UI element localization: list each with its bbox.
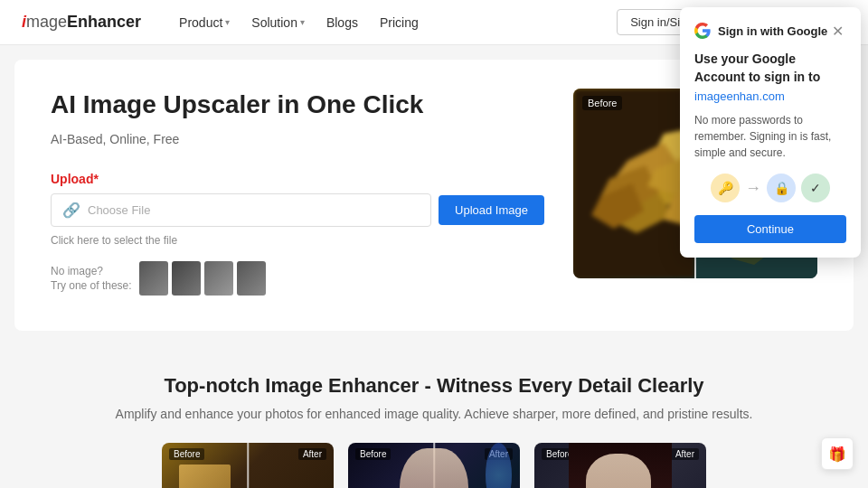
popup-icon-lock: 🔒 [767,174,796,202]
file-placeholder: Choose File [88,203,150,217]
google-logo [694,23,711,39]
hero-subtitle: AI-Based, Online, Free [51,132,544,146]
label-before: Before [582,96,622,110]
google-signin-popup: Sign in with Google ✕ Use your Google Ac… [680,7,861,258]
eagle-svg-before [573,89,695,278]
popup-arrow-icon: → [745,174,761,202]
sample-row: No image? Try one of these: [51,261,544,296]
chevron-down-icon: ▾ [225,17,230,27]
logo-image: mage [26,13,67,32]
gift-button[interactable]: 🎁 [821,437,854,470]
sample-thumb-2[interactable] [172,261,201,296]
preview-cards: Before After ◀▶ Before After ◀▶ Before A… [36,443,832,488]
sample-thumb-4[interactable] [237,261,266,296]
hero-left: AI Image Upscaler in One Click AI-Based,… [51,89,544,296]
preview-card-3[interactable]: Before After ◀▶ [534,443,706,488]
site-logo[interactable]: image Enhancer [22,13,141,32]
card1-label-after: After [298,448,326,460]
card3-label-after: After [671,448,699,460]
upload-row: 🔗 Choose File Upload Image [51,193,544,227]
popup-icon-check: ✓ [801,174,830,202]
nav-pricing[interactable]: Pricing [371,10,428,35]
card1-label-before: Before [169,448,204,460]
popup-header-left: Sign in with Google [694,23,827,39]
logo-enhancer: Enhancer [67,13,141,32]
chevron-down-icon: ▾ [300,17,305,27]
popup-domain: imageenhan.com [694,89,846,103]
section2-title: Top-notch Image Enhancer - Witness Every… [36,374,832,398]
link-icon: 🔗 [62,202,80,219]
card2-label-before: Before [355,448,391,460]
popup-header: Sign in with Google ✕ [694,22,846,40]
preview-card-2[interactable]: Before After ◀▶ [348,443,520,488]
nav-product[interactable]: Product ▾ [170,10,239,35]
section2: Top-notch Image Enhancer - Witness Every… [0,345,868,488]
popup-icons-row: 🔑 → 🔒 ✓ [694,174,846,202]
popup-title: Sign in with Google [718,24,827,38]
before-panel [573,89,695,278]
popup-description: No more passwords to remember. Signing i… [694,112,846,161]
navbar-menu: Product ▾ Solution ▾ Blogs Pricing [170,10,617,35]
hero-title: AI Image Upscaler in One Click [51,89,544,121]
popup-icon-key: 🔑 [711,174,740,202]
upload-button[interactable]: Upload Image [439,195,544,225]
section2-subtitle: Amplify and enhance your photos for enha… [36,407,832,421]
upload-label: Upload* [51,172,544,186]
popup-close-button[interactable]: ✕ [828,22,846,40]
continue-button[interactable]: Continue [694,215,846,243]
card1-divider [247,443,249,488]
file-input[interactable]: 🔗 Choose File [51,193,431,227]
required-star: * [93,172,98,186]
nav-solution[interactable]: Solution ▾ [242,10,314,35]
preview-card-1[interactable]: Before After ◀▶ [162,443,334,488]
no-image-label: No image? Try one of these: [51,264,132,295]
click-hint: Click here to select the file [51,234,544,247]
popup-body-title: Use your Google Account to sign in to [694,51,846,86]
sample-thumb-1[interactable] [139,261,168,296]
nav-blogs[interactable]: Blogs [317,10,367,35]
sample-thumbnails [139,261,266,296]
gift-icon: 🎁 [828,446,846,463]
sample-thumb-3[interactable] [204,261,233,296]
